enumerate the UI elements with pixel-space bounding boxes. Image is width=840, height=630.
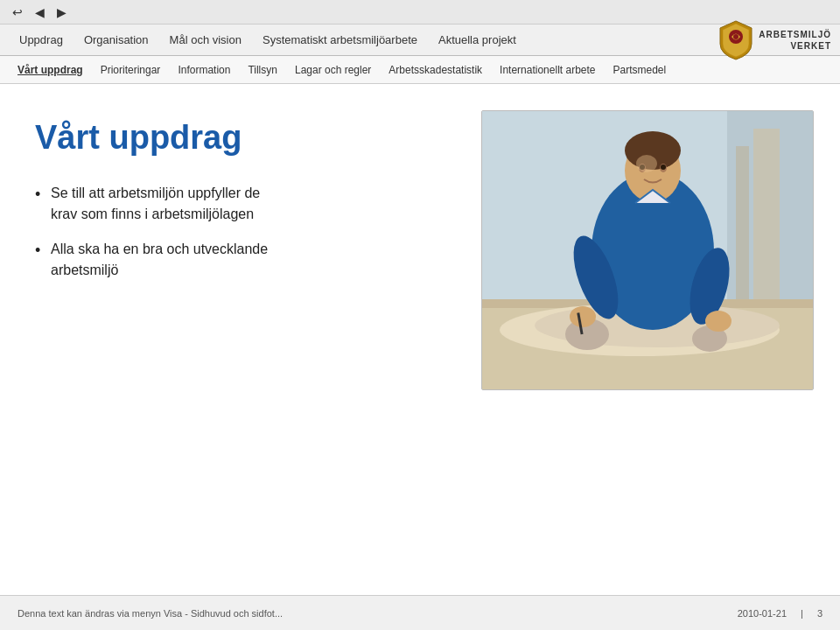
logo-text: ARBETSMILJÖ VERKET (759, 29, 831, 52)
bullet-text-1: Se till att arbetsmiljön uppfyller de kr… (51, 186, 260, 221)
content-left: Vårt uppdrag Se till att arbetsmiljön up… (35, 110, 455, 578)
sub-nav-item-information[interactable]: Information (169, 59, 239, 81)
footer-divider: | (801, 608, 803, 619)
nav-item-organisation[interactable]: Organisation (74, 26, 159, 53)
undo-button[interactable]: ↩ (9, 4, 26, 21)
worker-photo (481, 110, 814, 390)
footer-page-number: 3 (817, 608, 822, 619)
sub-nav-item-partsmedel[interactable]: Partsmedel (604, 59, 675, 81)
sub-nav: Vårt uppdrag Prioriteringar Information … (0, 56, 840, 84)
svg-point-16 (705, 311, 732, 332)
list-item-1: Se till att arbetsmiljön uppfyller de kr… (35, 183, 455, 225)
footer-right: 2010-01-21 | 3 (738, 608, 822, 619)
nav-item-aktuella[interactable]: Aktuella projekt (428, 26, 527, 53)
svg-point-23 (661, 164, 666, 170)
logo-icon (718, 19, 753, 61)
sub-nav-item-arbetsskade[interactable]: Arbetsskadestatistik (380, 59, 491, 81)
content-area: Vårt uppdrag Se till att arbetsmiljön up… (0, 84, 840, 595)
main-nav: Uppdrag Organisation Mål och vision Syst… (0, 24, 840, 56)
logo-area: ARBETSMILJÖ VERKET (718, 19, 831, 61)
content-right (481, 110, 814, 578)
toolbar: ↩ ◀ ▶ (0, 0, 840, 24)
sub-nav-item-lagar[interactable]: Lagar och regler (286, 59, 380, 81)
back-button[interactable]: ◀ (32, 4, 48, 21)
sub-nav-item-prioriteringar[interactable]: Prioriteringar (92, 59, 170, 81)
sub-nav-item-internationellt[interactable]: Internationellt arbete (491, 59, 604, 81)
worker-illustration (482, 111, 814, 390)
page-title: Vårt uppdrag (35, 119, 455, 157)
footer-info-text: Denna text kan ändras via menyn Visa - S… (18, 608, 283, 619)
forward-button[interactable]: ▶ (53, 4, 70, 21)
svg-point-25 (636, 155, 657, 172)
footer-date: 2010-01-21 (738, 608, 787, 619)
footer: Denna text kan ändras via menyn Visa - S… (0, 595, 840, 630)
sub-nav-item-tillsyn[interactable]: Tillsyn (239, 59, 286, 81)
list-item-2: Alla ska ha en bra och utvecklande arbet… (35, 239, 455, 281)
nav-item-systematiskt[interactable]: Systematiskt arbetsmiljöarbete (252, 26, 428, 53)
sub-nav-item-vart[interactable]: Vårt uppdrag (9, 59, 92, 81)
bullet-text-2: Alla ska ha en bra och utvecklande arbet… (51, 242, 268, 277)
svg-point-15 (570, 306, 596, 327)
nav-item-mal[interactable]: Mål och vision (159, 26, 252, 53)
nav-item-uppdrag[interactable]: Uppdrag (9, 26, 74, 53)
bullet-list: Se till att arbetsmiljön uppfyller de kr… (35, 183, 455, 281)
svg-point-1 (733, 34, 738, 39)
